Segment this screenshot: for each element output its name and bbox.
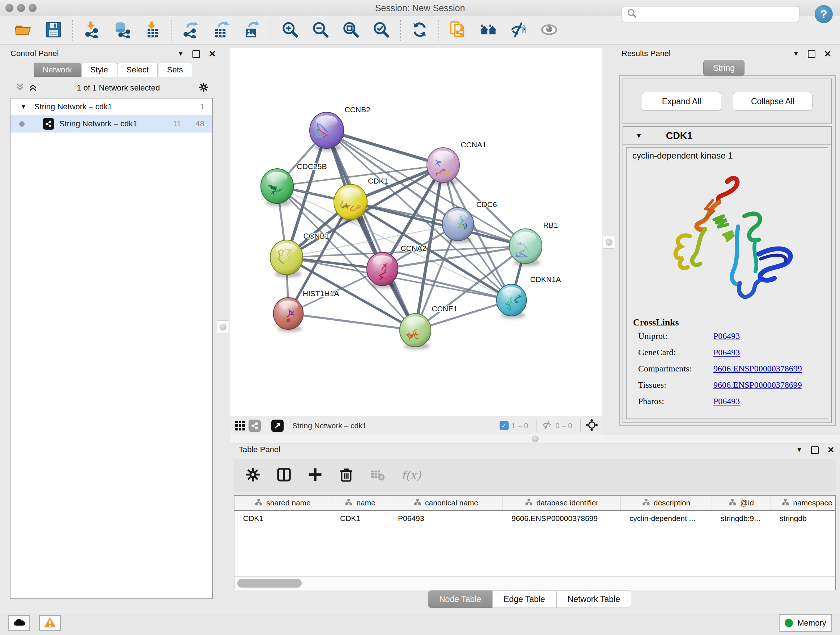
cell[interactable]: stringdb:9...: [712, 511, 771, 526]
node-detail-header[interactable]: ▼ CDK1: [623, 127, 831, 145]
network-node-CDC25B[interactable]: [261, 169, 294, 206]
tab-node-table[interactable]: Node Table: [428, 591, 493, 608]
hide-selected-button[interactable]: [504, 19, 534, 42]
crosslink-link[interactable]: 9606.ENSP00000378699: [714, 364, 802, 374]
tab-string[interactable]: String: [703, 60, 745, 76]
cell[interactable]: CDK1: [332, 511, 389, 526]
panel-menu-icon[interactable]: ▼: [796, 447, 802, 454]
tab-sets[interactable]: Sets: [158, 63, 192, 77]
delete-column-icon[interactable]: [339, 467, 354, 483]
network-graph[interactable]: CCNB2CCNA1CDC25BCDK1CDC6RB1CCNB1CCNA2CDK…: [230, 48, 602, 416]
float-panel-icon[interactable]: [811, 447, 819, 454]
collapse-entry-icon[interactable]: ▼: [636, 132, 642, 140]
network-node-CCNB2[interactable]: [309, 112, 344, 151]
network-collection-row[interactable]: ▼ String Network – cdk1 1: [11, 98, 212, 115]
panel-menu-icon[interactable]: ▼: [793, 50, 799, 57]
column-header-namespace[interactable]: namespace: [771, 496, 836, 510]
tab-edge-table[interactable]: Edge Table: [493, 591, 556, 608]
search-input[interactable]: [638, 9, 799, 19]
tab-select[interactable]: Select: [118, 63, 158, 77]
column-header--id[interactable]: @id: [712, 496, 771, 510]
cell[interactable]: cyclin-dependent ...: [621, 511, 712, 526]
cloud-button[interactable]: [8, 615, 30, 631]
open-session-button[interactable]: [8, 19, 38, 42]
home-pair-button[interactable]: [473, 19, 504, 42]
network-row-selected[interactable]: String Network – cdk1 11 48: [11, 115, 212, 133]
network-canvas[interactable]: CCNB2CCNA1CDC25BCDK1CDC6RB1CCNB1CCNA2CDK…: [230, 48, 602, 416]
horizontal-splitter-handle[interactable]: [532, 435, 538, 442]
network-node-CCNB1[interactable]: [270, 240, 303, 277]
close-panel-icon[interactable]: ✕: [209, 50, 216, 58]
network-node-CDK1[interactable]: [334, 184, 367, 222]
export-image-button[interactable]: [237, 19, 267, 42]
network-view-icon[interactable]: [248, 420, 261, 432]
panel-menu-icon[interactable]: ▼: [178, 50, 184, 57]
tab-network-table[interactable]: Network Table: [556, 591, 631, 608]
float-panel-icon[interactable]: [808, 50, 815, 58]
table-settings-gear-icon[interactable]: [246, 467, 260, 483]
birds-eye-view-icon[interactable]: [271, 420, 284, 432]
show-all-button[interactable]: [534, 19, 564, 42]
float-panel-icon[interactable]: [193, 50, 200, 58]
zoom-out-button[interactable]: [305, 19, 336, 42]
expand-all-icon[interactable]: [28, 82, 38, 93]
collapse-all-button[interactable]: Collapse All: [733, 92, 813, 111]
table-row[interactable]: CDK1CDK1P064939606.ENSP00000378699cyclin…: [234, 511, 835, 526]
network-node-RB1[interactable]: [509, 229, 542, 266]
export-table-button[interactable]: [206, 19, 237, 42]
close-panel-icon[interactable]: ✕: [827, 446, 835, 454]
zoom-in-button[interactable]: [275, 19, 305, 42]
column-header-shared-name[interactable]: shared name: [234, 496, 332, 510]
network-node-CDC6[interactable]: [442, 207, 474, 243]
save-session-button[interactable]: [38, 19, 69, 42]
column-header-name[interactable]: name: [332, 496, 389, 510]
cell[interactable]: P06493: [389, 511, 503, 526]
crosslink-link[interactable]: 9606.ENSP00000378699: [714, 380, 802, 390]
crosslink-link[interactable]: P06493: [714, 331, 740, 341]
add-column-icon[interactable]: [308, 467, 322, 483]
tree-expand-icon[interactable]: ▼: [21, 103, 27, 110]
cell[interactable]: 9606.ENSP00000378699: [503, 511, 621, 526]
import-database-button[interactable]: [107, 19, 137, 42]
zoom-selected-button[interactable]: [366, 19, 396, 42]
selected-checkbox-icon[interactable]: ✓: [500, 421, 508, 430]
share-document-button[interactable]: [443, 19, 473, 42]
delete-table-icon[interactable]: [370, 467, 385, 483]
memory-button[interactable]: Memory: [779, 614, 832, 632]
import-table-button[interactable]: [137, 19, 168, 42]
crosslink-link[interactable]: P06493: [714, 396, 740, 406]
export-network-button[interactable]: [176, 19, 206, 42]
function-builder-icon[interactable]: f(x): [401, 469, 421, 482]
column-header-description[interactable]: description: [621, 496, 712, 510]
crosslink-link[interactable]: P06493: [714, 348, 740, 357]
tab-network[interactable]: Network: [34, 63, 81, 77]
hidden-eye-icon[interactable]: [542, 420, 553, 432]
column-header-canonical-name[interactable]: canonical name: [389, 496, 503, 510]
warning-button[interactable]: [39, 615, 61, 631]
import-network-button[interactable]: [77, 19, 107, 42]
help-button[interactable]: ?: [815, 5, 833, 23]
refresh-layout-button[interactable]: [404, 19, 435, 42]
grid-view-icon[interactable]: [234, 420, 246, 432]
network-node-CDKN1A[interactable]: [497, 284, 527, 318]
cell[interactable]: stringdb: [771, 511, 836, 526]
network-node-HIST1H1A[interactable]: [273, 298, 303, 332]
tab-style[interactable]: Style: [81, 63, 117, 77]
collapse-all-icon[interactable]: [15, 82, 25, 93]
network-node-CCNA1[interactable]: [427, 148, 459, 185]
crosshair-icon[interactable]: [586, 419, 598, 432]
expand-all-button[interactable]: Expand All: [642, 92, 722, 111]
horizontal-splitter[interactable]: [230, 435, 840, 443]
zoom-fit-button[interactable]: [336, 19, 366, 42]
close-panel-icon[interactable]: ✕: [824, 50, 831, 58]
cell[interactable]: CDK1: [234, 511, 332, 526]
network-node-CCNE1[interactable]: [400, 314, 431, 349]
scrollbar-thumb[interactable]: [237, 579, 302, 587]
column-header-database-identifier[interactable]: database identifier: [503, 496, 621, 510]
left-splitter-handle[interactable]: [217, 320, 229, 333]
network-node-CCNA2[interactable]: [367, 252, 398, 288]
select-columns-icon[interactable]: [277, 467, 291, 483]
right-splitter-handle[interactable]: [603, 236, 615, 249]
gear-icon[interactable]: [199, 82, 208, 93]
table-horizontal-scrollbar[interactable]: [234, 576, 835, 590]
